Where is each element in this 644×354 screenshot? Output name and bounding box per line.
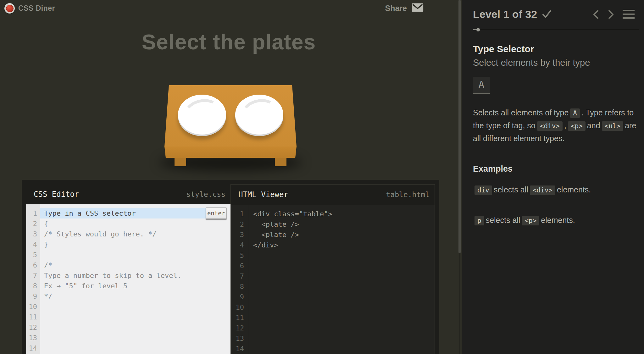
share-button[interactable]: Share	[385, 3, 424, 14]
css-editor-filename: style.css	[186, 190, 225, 198]
progress-track	[473, 29, 639, 30]
level-indicator: Level 1 of 32	[473, 8, 537, 20]
line-number: 10	[231, 303, 249, 311]
main-area: CSS Diner Share Select the plates	[0, 0, 458, 354]
code-chip: p	[475, 216, 484, 225]
line-number: 8	[231, 283, 249, 290]
line-number: 1	[231, 210, 249, 218]
plate[interactable]	[178, 95, 226, 135]
code-line: 14	[231, 344, 435, 354]
code-line: 6	[231, 261, 435, 271]
plate[interactable]	[235, 95, 283, 135]
selector-syntax[interactable]: A	[473, 77, 490, 94]
menu-bar	[623, 14, 635, 15]
code-line: 10	[26, 301, 230, 312]
example-row: pselects all<p>elements.	[473, 214, 635, 226]
line-text: <plate />	[249, 220, 299, 228]
line-number: 5	[26, 251, 40, 259]
progress-thumb	[476, 28, 480, 31]
code-line: 14	[26, 343, 230, 353]
line-number: 13	[26, 334, 40, 342]
line-text: <div class="table">	[249, 210, 332, 218]
code-chip: <p>	[568, 121, 586, 131]
examples-title: Examples	[473, 164, 635, 174]
code-chip: A	[570, 108, 580, 118]
html-viewer-code: 1<div class="table">2 <plate />3 <plate …	[231, 205, 435, 354]
code-line: 5	[26, 250, 230, 260]
next-level-button[interactable]	[608, 9, 614, 19]
code-line: 13	[231, 333, 435, 344]
code-line: 1<div class="table">	[231, 209, 435, 219]
line-number: 10	[26, 303, 40, 311]
line-text: Type a number to skip to a level.	[40, 272, 181, 279]
code-line: 2 <plate />	[231, 219, 435, 230]
code-line: 7Type a number to skip to a level.	[26, 270, 230, 281]
css-editor-header: CSS Editor style.css	[26, 184, 230, 204]
table-leg-right	[275, 158, 286, 166]
line-number: 14	[231, 345, 249, 353]
code-line: 9*/	[26, 291, 230, 301]
line-number: 5	[231, 252, 249, 259]
table-leg-left	[175, 158, 186, 166]
app-title: CSS Diner	[18, 4, 55, 13]
lesson-description: Selects all elements of typeA. Type refe…	[473, 107, 640, 145]
previous-level-button[interactable]	[592, 9, 599, 19]
code-line: 4}	[26, 239, 230, 250]
line-text: /* Styles would go here. */	[40, 230, 157, 238]
checkmark-icon	[541, 9, 552, 20]
lesson-title: Type Selector	[473, 44, 635, 54]
sidebar: Level 1 of 32	[462, 0, 644, 354]
code-chip: div	[475, 185, 492, 195]
menu-button[interactable]	[623, 10, 635, 19]
line-number: 2	[231, 220, 249, 228]
line-number: 8	[26, 282, 40, 290]
line-number: 13	[231, 335, 249, 342]
line-text: {	[40, 220, 48, 228]
line-number: 14	[26, 344, 40, 352]
code-line: 3 <plate />	[231, 230, 435, 240]
level-instruction: Select the plates	[0, 30, 458, 54]
code-line: 8	[231, 281, 435, 292]
scrollbar-thumb[interactable]	[458, 0, 461, 253]
code-line: 4</div>	[231, 240, 435, 250]
css-editor-panel: CSS Editor style.css 1Type in a CSS sele…	[26, 184, 230, 354]
code-line: 9	[231, 292, 435, 302]
line-number: 9	[231, 293, 249, 301]
app-logo: CSS Diner	[4, 3, 55, 14]
line-text: <plate />	[249, 231, 299, 239]
line-number: 4	[231, 241, 249, 249]
line-number: 7	[231, 272, 249, 280]
line-text: */	[40, 292, 53, 300]
code-line: 1Type in a CSS selector	[26, 208, 230, 218]
line-text: /*	[40, 261, 53, 269]
line-text: </div>	[249, 241, 278, 249]
code-line: 12	[231, 323, 435, 333]
css-editor-input-area[interactable]: 1Type in a CSS selector2{3/* Styles woul…	[26, 204, 230, 354]
code-line: 13	[26, 333, 230, 343]
code-line: 7	[231, 271, 435, 281]
css-diner-app: CSS Diner Share Select the plates	[0, 0, 644, 354]
line-number: 11	[26, 313, 40, 321]
line-text: Type in a CSS selector	[40, 208, 206, 218]
level-nav-buttons	[592, 9, 635, 19]
line-number: 12	[26, 324, 40, 331]
line-number: 4	[26, 241, 40, 248]
code-chip: <div>	[537, 121, 563, 131]
line-number: 3	[26, 230, 40, 238]
enter-button[interactable]: enter	[206, 207, 227, 220]
line-number: 7	[26, 272, 40, 279]
code-line: 3/* Styles would go here. */	[26, 229, 230, 239]
level-progress	[473, 28, 635, 31]
app-logo-icon	[4, 3, 15, 14]
share-label: Share	[385, 4, 407, 13]
line-number: 12	[231, 324, 249, 332]
line-number: 6	[26, 261, 40, 269]
mail-icon	[412, 3, 424, 14]
tomato-icon	[6, 5, 14, 12]
table-scene	[160, 83, 301, 177]
lesson-subtitle: Select elements by their type	[473, 58, 635, 68]
html-viewer-title: HTML Viewer	[238, 190, 288, 199]
editor-panel: CSS Editor style.css 1Type in a CSS sele…	[22, 180, 439, 354]
code-chip: <div>	[530, 185, 555, 195]
menu-bar	[623, 17, 635, 19]
